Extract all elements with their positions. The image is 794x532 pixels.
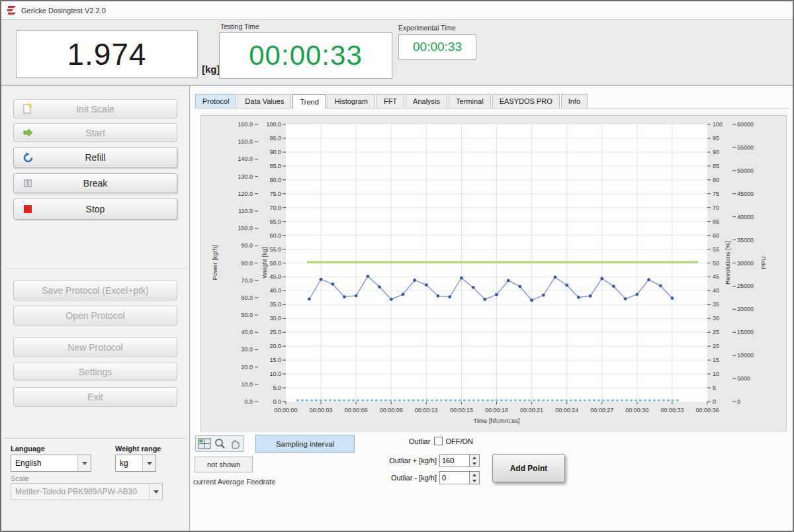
tab-protocol[interactable]: Protocol — [195, 94, 236, 108]
axis-tick-label: 40 — [713, 287, 719, 294]
axis-tick-label: 10.0 — [269, 371, 281, 377]
series-feedrate-points-marker — [507, 279, 510, 282]
pan-hand-icon[interactable] — [228, 438, 242, 449]
scale-select[interactable]: Mettler-Toledo PBK989APW-AB30 — [11, 483, 163, 500]
start-button[interactable]: Start — [13, 123, 177, 142]
language-select[interactable]: English — [11, 455, 91, 472]
axis-tick-label: 65 — [713, 218, 719, 225]
x-axis-tick-label: 00:00:15 — [450, 407, 473, 414]
x-axis-tick-label: 00:00:30 — [625, 407, 648, 414]
axis-tick-label: 45 — [713, 273, 719, 280]
series-feedrate-points-marker — [577, 296, 580, 299]
axis-tick-label: 120.0 — [238, 191, 253, 197]
sidebar-divider — [4, 269, 187, 270]
break-button[interactable]: Break — [13, 173, 177, 193]
series-feedrate-points-marker — [483, 298, 486, 301]
outliar-toggle-label: OFF/ON — [445, 437, 473, 445]
init-scale-icon — [22, 103, 34, 115]
axis-tick-label: 80.0 — [269, 177, 281, 183]
series-feedrate-points-marker — [366, 275, 369, 278]
axis-tick-label: 70 — [713, 204, 719, 211]
start-icon — [22, 127, 34, 139]
tab-histogram[interactable]: Histogram — [328, 94, 375, 108]
series-feedrate-points-marker — [565, 284, 568, 287]
button-label: Save Protocol (Excel+ptk) — [42, 285, 148, 296]
axis-tick-label: 75.0 — [269, 191, 281, 197]
save-protocol-excel-ptk--button[interactable]: Save Protocol (Excel+ptk) — [13, 281, 177, 300]
series-feedrate-points-marker — [659, 284, 662, 287]
sidebar-divider — [4, 438, 187, 439]
axis-tick-label: 85 — [713, 163, 719, 169]
sampling-interval-button[interactable]: Sampling interval — [255, 435, 355, 453]
axis-tick-label: 70.0 — [241, 277, 253, 284]
axis-tick-label: 30 — [713, 315, 719, 322]
spin-down-icon[interactable] — [470, 478, 479, 484]
series-feedrate-points-marker — [542, 294, 545, 297]
spin-up-icon[interactable] — [470, 455, 479, 461]
axis-tick-label: 45000 — [737, 191, 754, 197]
new-protocol-button[interactable]: New Protocol — [13, 337, 177, 357]
axis-tick-label: 10.0 — [241, 381, 253, 388]
axis-title: PPU — [760, 256, 767, 269]
open-protocol-button[interactable]: Open Protocol — [13, 306, 177, 326]
tab-analysis[interactable]: Analysis — [406, 94, 447, 108]
outliar-title: Outliar — [409, 437, 430, 445]
series-feedrate-points-marker — [437, 294, 440, 298]
axis-tick-label: 110.0 — [238, 208, 253, 214]
axis-title: Revolutions [%] — [724, 241, 731, 285]
tab-data-values[interactable]: Data Values — [238, 94, 291, 108]
axis-tick-label: 160.0 — [238, 121, 253, 128]
settings-button[interactable]: Settings — [13, 363, 177, 380]
series-feedrate-points-marker — [355, 294, 358, 298]
outliar-checkbox[interactable] — [434, 437, 443, 445]
tab-fft[interactable]: FFT — [376, 94, 404, 108]
testing-time-display: 00:00:33 — [219, 32, 392, 79]
axis-tick-label: 35.0 — [269, 301, 281, 308]
series-feedrate-points-marker — [518, 285, 521, 288]
not-shown-button[interactable]: not shown — [195, 457, 253, 472]
zoom-icon[interactable] — [213, 438, 226, 449]
init-scale-button[interactable]: Init Scale — [13, 99, 177, 118]
axis-tick-label: 80.0 — [241, 260, 253, 267]
axis-tick-label: 55 — [713, 246, 719, 253]
x-axis-tick-label: 00:00:09 — [380, 407, 403, 414]
axis-tick-label: 100 — [713, 121, 723, 128]
axis-tick-label: 35 — [713, 301, 719, 308]
axis-tick-label: 30000 — [737, 260, 754, 267]
add-point-button[interactable]: Add Point — [492, 454, 565, 482]
outliar-plus-input[interactable] — [439, 454, 470, 467]
axis-tick-label: 5.0 — [273, 384, 281, 391]
axis-tick-label: 35000 — [737, 237, 754, 244]
series-feedrate-points-marker — [343, 295, 346, 298]
tab-info[interactable]: Info — [561, 94, 588, 108]
axis-tick-label: 10000 — [737, 352, 754, 359]
axis-tick-label: 0 — [713, 398, 716, 405]
outliar-plus-stepper[interactable] — [470, 454, 480, 467]
crosshair-icon[interactable] — [198, 438, 211, 449]
weight-range-select[interactable]: kg — [115, 455, 156, 472]
outliar-minus-input[interactable] — [439, 471, 470, 484]
series-feedrate-points-marker — [612, 285, 615, 288]
button-label: Break — [83, 178, 108, 189]
series-feedrate-points-marker — [308, 298, 311, 301]
axis-tick-label: 95.0 — [269, 135, 281, 142]
tab-terminal[interactable]: Terminal — [449, 94, 491, 108]
spin-down-icon[interactable] — [470, 461, 479, 466]
outliar-minus-stepper[interactable] — [470, 471, 480, 484]
spin-up-icon[interactable] — [470, 472, 479, 478]
app-logo-icon — [5, 5, 17, 16]
series-feedrate-points-marker — [624, 297, 627, 300]
exit-button[interactable]: Exit — [13, 387, 177, 407]
axis-tick-label: 30.0 — [269, 315, 281, 322]
axis-tick-label: 75 — [713, 191, 719, 197]
refill-button[interactable]: Refill — [13, 147, 177, 168]
tab-trend[interactable]: Trend — [292, 94, 326, 109]
axis-tick-label: 80 — [713, 177, 719, 183]
not-shown-label: not shown — [207, 461, 240, 468]
language-label: Language — [11, 445, 45, 453]
axis-tick-label: 95 — [713, 135, 719, 142]
axis-tick-label: 0.0 — [244, 398, 253, 405]
graph-palette — [195, 435, 244, 452]
stop-button[interactable]: Stop — [13, 199, 177, 220]
tab-easydos-pro[interactable]: EASYDOS PRO — [492, 94, 560, 108]
